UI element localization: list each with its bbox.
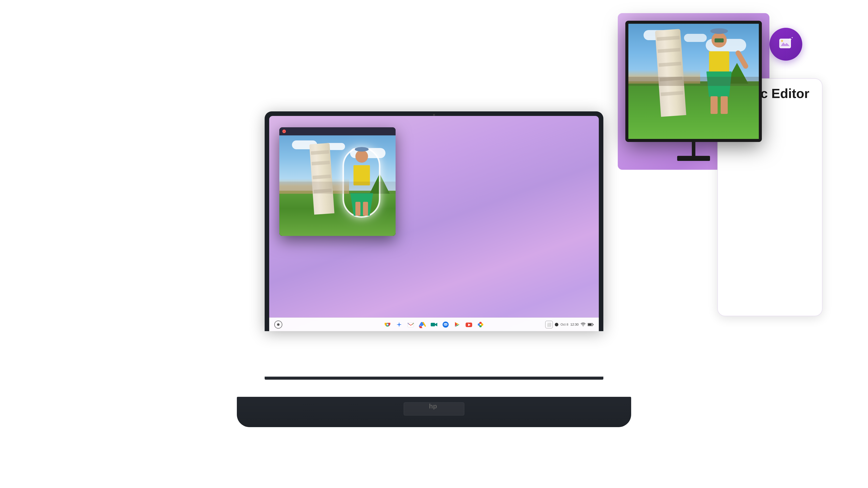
taskbar-gemini-icon[interactable]	[395, 320, 404, 329]
pisa-photo-small	[279, 135, 396, 236]
taskbar-left	[274, 321, 282, 329]
svg-rect-28	[779, 39, 790, 48]
magic-editor-icon	[777, 35, 795, 53]
svg-point-3	[387, 324, 388, 325]
svg-point-9	[444, 324, 445, 325]
laptop-hinge	[265, 377, 603, 380]
taskbar-youtube-icon[interactable]	[464, 320, 473, 329]
laptop-screen: ×	[269, 116, 599, 331]
taskbar-drive-icon[interactable]	[418, 320, 427, 329]
large-person-head	[712, 32, 727, 47]
window-titlebar: ×	[279, 127, 396, 135]
magic-editor-icon-bubble	[769, 28, 802, 61]
record-dot	[555, 323, 558, 326]
scene: ×	[0, 0, 868, 488]
screen-capture-icon[interactable]	[274, 321, 282, 329]
battery-icon	[588, 323, 594, 326]
taskbar-chrome-icon[interactable]	[383, 320, 392, 329]
wifi-icon	[581, 322, 586, 327]
svg-point-30	[781, 40, 783, 42]
screen-icon[interactable]: ⬜	[545, 321, 553, 328]
monitor-stand-area	[625, 142, 762, 161]
bg-crowd	[279, 182, 396, 194]
large-bg-crowd	[628, 77, 759, 86]
trackpad[interactable]	[404, 402, 464, 416]
monitor-stand-base	[677, 156, 710, 161]
taskbar-center	[383, 320, 485, 329]
taskbar-play-icon[interactable]	[453, 320, 462, 329]
taskbar-date: Oct 8	[560, 323, 568, 326]
taskbar-photos-icon[interactable]	[476, 320, 485, 329]
laptop: ×	[237, 111, 631, 377]
svg-rect-21	[588, 324, 592, 325]
taskbar-gmail-icon[interactable]	[406, 320, 415, 329]
svg-point-10	[445, 324, 446, 325]
camera-dot	[433, 114, 435, 116]
laptop-screen-bezel: ×	[265, 111, 603, 331]
screen-content: ×	[269, 116, 599, 331]
taskbar: ⬜ Oct 8 12:30	[269, 318, 599, 331]
taskbar-messages-icon[interactable]	[441, 320, 450, 329]
person-skirt-small	[350, 193, 373, 216]
svg-rect-7	[431, 323, 435, 326]
taskbar-time: 12:30	[570, 323, 579, 326]
external-monitor	[625, 21, 762, 162]
svg-rect-4	[408, 323, 414, 327]
laptop-base: hp	[237, 397, 631, 427]
monitor-screen	[625, 21, 762, 142]
svg-point-11	[446, 324, 447, 325]
monitor-stand-neck	[692, 142, 695, 156]
taskbar-right: ⬜ Oct 8 12:30	[545, 321, 594, 328]
monitor-photo	[628, 24, 759, 139]
svg-point-18	[480, 324, 481, 325]
large-person	[699, 32, 739, 118]
window-photo-area	[279, 135, 396, 236]
person-head-small	[355, 150, 368, 163]
svg-rect-20	[593, 324, 593, 325]
photo-editor-window[interactable]: ×	[279, 127, 396, 236]
window-close-button[interactable]: ×	[282, 130, 286, 133]
taskbar-meet-icon[interactable]	[429, 320, 439, 329]
